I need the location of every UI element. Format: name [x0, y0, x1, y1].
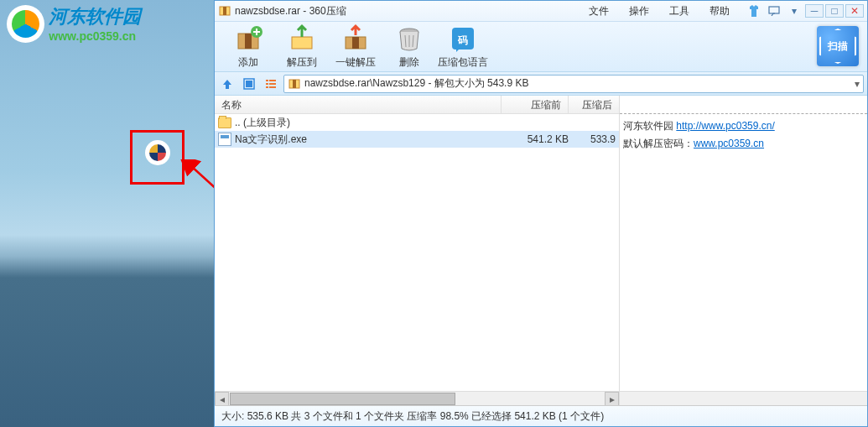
side-h-scrollbar[interactable] — [620, 391, 867, 405]
info-line-1: 河东软件园 http://www.pc0359.cn/ — [623, 119, 864, 133]
desktop-background: 河东软件园 www.pc0359.cn — [0, 0, 214, 427]
tool-language[interactable]: 码 压缩包语言 — [436, 23, 490, 70]
folder-icon — [218, 117, 231, 128]
h-scrollbar[interactable]: ◂ ▸ — [215, 391, 619, 405]
info-link-1[interactable]: http://www.pc0359.cn/ — [676, 120, 774, 132]
watermark-text-en: www.pc0359.cn — [49, 29, 141, 43]
row-name: Na文字识别.exe — [235, 133, 505, 147]
svg-rect-22 — [269, 83, 276, 85]
col-after[interactable]: 压缩后 — [569, 96, 619, 113]
svg-rect-2 — [223, 7, 226, 15]
file-list: 名称 压缩前 压缩后 .. (上级目录) Na文字识别.exe 541.2 KB… — [215, 96, 620, 405]
scroll-right-icon[interactable]: ▸ — [605, 392, 619, 406]
tool-delete[interactable]: 删除 — [382, 23, 436, 70]
row-file-exe[interactable]: Na文字识别.exe 541.2 KB 533.9 — [215, 131, 619, 148]
row-name: .. (上级目录) — [235, 116, 505, 130]
maximize-button[interactable]: □ — [825, 4, 844, 18]
path-field[interactable]: nawzsbdse.rar\Nawzsb129 - 解包大小为 543.9 KB… — [283, 75, 864, 93]
content-area: 名称 压缩前 压缩后 .. (上级目录) Na文字识别.exe 541.2 KB… — [215, 96, 867, 406]
svg-rect-21 — [269, 80, 276, 81]
tool-add[interactable]: 添加 — [221, 23, 275, 70]
svg-text:码: 码 — [457, 34, 468, 46]
svg-rect-19 — [266, 83, 268, 85]
status-text: 大小: 535.6 KB 共 3 个文件和 1 个文件夹 压缩率 98.5% 已… — [221, 409, 604, 424]
titlebar[interactable]: nawzsbdse.rar - 360压缩 文件 操作 工具 帮助 ▾ ─ □ … — [215, 1, 867, 22]
delete-icon — [394, 23, 424, 54]
add-icon — [233, 23, 263, 54]
minimize-button[interactable]: ─ — [805, 4, 824, 18]
svg-rect-23 — [269, 86, 276, 88]
scroll-thumb[interactable] — [230, 393, 455, 405]
col-before[interactable]: 压缩前 — [502, 96, 569, 113]
side-panel: 河东软件园 http://www.pc0359.cn/ 默认解压密码：www.p… — [620, 96, 867, 405]
tool-language-label: 压缩包语言 — [438, 55, 488, 70]
side-panel-body: 河东软件园 http://www.pc0359.cn/ 默认解压密码：www.p… — [620, 114, 867, 391]
file-rows[interactable]: .. (上级目录) Na文字识别.exe 541.2 KB 533.9 — [215, 114, 619, 391]
feedback-button[interactable] — [765, 4, 783, 18]
svg-rect-20 — [266, 86, 268, 88]
info-prefix: 默认解压密码： — [623, 138, 694, 149]
desktop-app-icon[interactable] — [145, 140, 170, 165]
info-line-2: 默认解压密码：www.pc0359.cn — [623, 137, 864, 151]
exe-icon — [218, 133, 231, 146]
menu-tools[interactable]: 工具 — [659, 4, 699, 18]
svg-rect-7 — [292, 37, 312, 49]
info-prefix: 河东软件园 — [623, 120, 676, 132]
window-title: nawzsbdse.rar - 360压缩 — [235, 4, 346, 18]
scan-button[interactable]: 扫描 — [817, 26, 859, 66]
col-name[interactable]: 名称 — [215, 96, 502, 113]
language-icon: 码 — [448, 23, 478, 54]
path-text: nawzsbdse.rar\Nawzsb129 - 解包大小为 543.9 KB — [304, 76, 851, 91]
watermark-logo-icon — [7, 5, 44, 43]
view-list-button[interactable] — [262, 75, 280, 93]
menu-operate[interactable]: 操作 — [619, 4, 659, 18]
tool-quick-extract[interactable]: 一键解压 — [329, 23, 382, 70]
path-dropdown-icon[interactable]: ▾ — [855, 78, 860, 90]
toolbar: 添加 解压到 一键解压 删除 码 压缩包语言 扫描 — [215, 22, 867, 72]
row-post: 533.9 — [569, 133, 616, 145]
row-parent-dir[interactable]: .. (上级目录) — [215, 114, 619, 131]
menu-help[interactable]: 帮助 — [699, 4, 740, 18]
svg-rect-9 — [352, 37, 359, 49]
info-link-2[interactable]: www.pc0359.cn — [694, 138, 764, 149]
nav-up-button[interactable] — [218, 75, 236, 93]
tool-delete-label: 删除 — [399, 55, 419, 70]
close-button[interactable]: ✕ — [845, 4, 864, 18]
column-headers: 名称 压缩前 压缩后 — [215, 96, 619, 114]
row-pre: 541.2 KB — [505, 133, 569, 145]
svg-rect-18 — [266, 80, 268, 81]
app-icon — [218, 4, 231, 18]
side-panel-header — [620, 96, 867, 114]
menu-file[interactable]: 文件 — [579, 4, 619, 18]
address-bar: nawzsbdse.rar\Nawzsb129 - 解包大小为 543.9 KB… — [215, 72, 867, 96]
svg-rect-5 — [245, 34, 252, 49]
statusbar: 大小: 535.6 KB 共 3 个文件和 1 个文件夹 压缩率 98.5% 已… — [215, 406, 867, 426]
tool-extract-to[interactable]: 解压到 — [275, 23, 329, 70]
svg-rect-3 — [769, 7, 779, 13]
quick-extract-icon — [340, 23, 371, 54]
tool-quick-extract-label: 一键解压 — [335, 55, 376, 70]
scroll-left-icon[interactable]: ◂ — [215, 392, 229, 406]
watermark-text-cn: 河东软件园 — [49, 4, 141, 29]
watermark-logo: 河东软件园 www.pc0359.cn — [7, 4, 141, 43]
dropdown-button[interactable]: ▾ — [785, 4, 803, 18]
archive-window: nawzsbdse.rar - 360压缩 文件 操作 工具 帮助 ▾ ─ □ … — [214, 0, 868, 427]
tool-extract-to-label: 解压到 — [287, 55, 317, 70]
tool-add-label: 添加 — [238, 55, 258, 70]
skin-button[interactable] — [745, 4, 763, 18]
svg-rect-25 — [293, 80, 296, 88]
extract-to-icon — [287, 23, 317, 54]
scan-label: 扫描 — [828, 39, 848, 54]
scroll-track[interactable] — [229, 392, 605, 405]
view-icons-button[interactable] — [240, 75, 258, 93]
svg-rect-17 — [246, 81, 252, 87]
archive-icon — [288, 77, 301, 91]
